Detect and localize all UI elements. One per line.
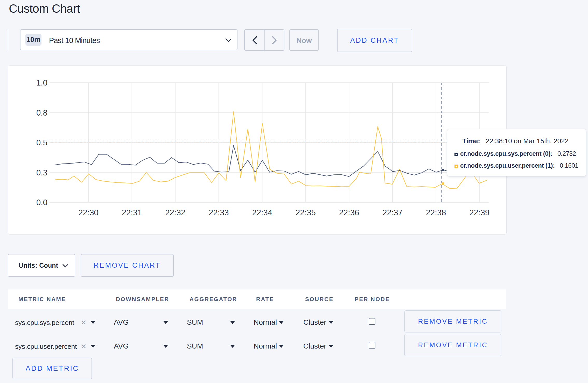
svg-text:22:39: 22:39 (469, 208, 489, 217)
svg-text:22:35: 22:35 (296, 208, 316, 217)
svg-text:22:30: 22:30 (78, 208, 99, 217)
svg-text:22:31: 22:31 (122, 208, 142, 217)
svg-text:0.8: 0.8 (36, 108, 47, 117)
svg-text:1.0: 1.0 (36, 78, 47, 87)
svg-text:22:36: 22:36 (339, 208, 359, 217)
svg-text:22:33: 22:33 (209, 208, 229, 217)
svg-text:22:37: 22:37 (382, 208, 403, 217)
svg-text:0.0: 0.0 (36, 198, 47, 207)
svg-text:22:32: 22:32 (165, 208, 185, 217)
svg-text:0.3: 0.3 (36, 168, 47, 177)
svg-text:22:34: 22:34 (252, 208, 272, 217)
svg-text:22:38: 22:38 (426, 208, 446, 217)
svg-text:0.5: 0.5 (36, 138, 47, 147)
